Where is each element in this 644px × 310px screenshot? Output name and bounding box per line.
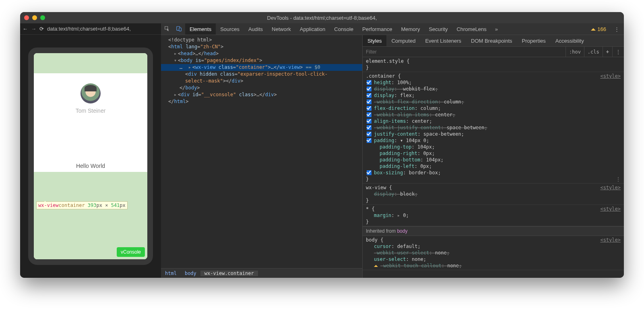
tab-console[interactable]: Console (330, 23, 358, 35)
warning-icon (374, 263, 378, 267)
css-property[interactable]: align-items: center; (366, 118, 621, 124)
device-preview[interactable]: Tom Steiner Hello World wx-viewcontainer… (28, 48, 153, 265)
username-label: Tom Steiner (34, 107, 147, 114)
css-property[interactable]: padding-right: 0px; (366, 150, 621, 157)
avatar (80, 83, 101, 103)
css-property[interactable]: cursor: default; (366, 243, 621, 250)
property-checkbox[interactable] (367, 80, 372, 85)
css-property[interactable]: display: -webkit-flex; (366, 86, 621, 92)
styles-tab-styles[interactable]: Styles (363, 35, 386, 46)
tab-memory[interactable]: Memory (396, 23, 424, 35)
tab-sources[interactable]: Sources (216, 23, 244, 35)
css-property[interactable]: -webkit-user-select: none; (366, 250, 621, 256)
breadcrumb-item[interactable]: body (181, 271, 200, 276)
maximize-icon[interactable] (40, 15, 45, 20)
property-checkbox[interactable] (367, 99, 372, 104)
styles-filter-input[interactable] (363, 49, 566, 55)
css-property[interactable]: flex-direction: column; (366, 105, 621, 112)
tab-chromelens[interactable]: ChromeLens (452, 23, 491, 35)
property-checkbox[interactable] (367, 106, 372, 111)
close-icon[interactable] (24, 15, 29, 20)
css-property[interactable]: -webkit-justify-content: space-between; (366, 124, 621, 131)
window-titlebar: DevTools - data:text/html;charset=utf-8;… (20, 12, 624, 23)
property-checkbox[interactable] (367, 87, 372, 91)
hello-label: Hello World (34, 163, 147, 169)
property-checkbox[interactable] (367, 170, 372, 175)
url-text: data:text/html;charset=utf-8;base64, (47, 26, 131, 32)
forward-icon: → (31, 26, 36, 32)
css-property[interactable]: padding: ▾ 104px 0; (366, 137, 621, 144)
tab-security[interactable]: Security (424, 23, 452, 35)
css-property[interactable]: user-select: none; (366, 256, 621, 262)
reload-icon[interactable]: ⟳ (39, 26, 44, 32)
css-property[interactable]: -webkit-align-items: center; (366, 112, 621, 118)
cls-toggle[interactable]: .cls (584, 47, 603, 57)
minimize-icon[interactable] (32, 15, 37, 20)
property-checkbox[interactable] (367, 119, 372, 124)
inspect-icon[interactable] (161, 26, 173, 33)
element-tooltip: wx-viewcontainer 393px × 541px (36, 201, 128, 209)
css-property[interactable]: justify-content: space-between; (366, 131, 621, 137)
css-property[interactable]: display: flex; (366, 92, 621, 99)
breadcrumb-item[interactable]: html (161, 271, 181, 276)
property-checkbox[interactable] (367, 112, 372, 117)
breadcrumb-item[interactable]: wx-view.container (200, 271, 258, 276)
tab-elements[interactable]: Elements (185, 23, 216, 35)
property-checkbox[interactable] (367, 93, 372, 98)
tab-audits[interactable]: Audits (244, 23, 267, 35)
tab-performance[interactable]: Performance (358, 23, 396, 35)
styles-tab-computed[interactable]: Computed (386, 35, 420, 46)
style-rules[interactable]: element.style { } <style> .container { h… (363, 57, 624, 278)
vconsole-button[interactable]: vConsole (117, 247, 145, 257)
css-property[interactable]: -webkit-touch-callout: none; (366, 262, 621, 269)
breadcrumb: htmlbodywx-view.container (161, 268, 362, 278)
css-property[interactable]: padding-left: 0px; (366, 163, 621, 169)
styles-tab-accessibility[interactable]: Accessibility (551, 35, 589, 46)
property-checkbox[interactable] (367, 138, 372, 143)
hov-toggle[interactable]: :hov (566, 47, 584, 57)
styles-menu-icon[interactable]: ⋮ (612, 47, 624, 57)
new-rule-button[interactable]: + (603, 47, 612, 57)
property-checkbox[interactable] (367, 125, 372, 130)
styles-tab-event-listeners[interactable]: Event Listeners (420, 35, 466, 46)
dom-tree[interactable]: <!doctype html> <html lang="zh-CN"> ▸<he… (161, 35, 362, 268)
css-property[interactable]: padding-top: 104px; (366, 144, 621, 150)
css-property[interactable]: -webkit-flex-direction: column; (366, 99, 621, 105)
warning-icon (591, 26, 596, 31)
warnings-badge[interactable]: 166 (591, 26, 606, 32)
more-tabs-icon[interactable]: » (491, 26, 502, 32)
tab-network[interactable]: Network (267, 23, 295, 35)
css-property[interactable]: padding-bottom: 104px; (366, 157, 621, 163)
back-icon[interactable]: ← (23, 26, 28, 32)
styles-tab-dom-breakpoints[interactable]: DOM Breakpoints (466, 35, 517, 46)
devtools-menu-icon[interactable]: ⋮ (610, 26, 624, 32)
window-title: DevTools - data:text/html;charset=utf-8;… (20, 15, 624, 21)
css-property[interactable]: box-sizing: border-box; (366, 169, 621, 176)
selected-node[interactable]: … ▸<wx-view class="container">…</wx-view… (161, 64, 362, 71)
tab-application[interactable]: Application (295, 23, 330, 35)
styles-tab-properties[interactable]: Properties (517, 35, 551, 46)
device-toggle-icon[interactable] (173, 26, 185, 33)
property-checkbox[interactable] (367, 132, 372, 136)
svg-rect-1 (179, 28, 181, 31)
main-tabs: ElementsSourcesAuditsNetworkApplicationC… (161, 23, 624, 35)
css-property[interactable]: height: 100%; (366, 79, 621, 86)
